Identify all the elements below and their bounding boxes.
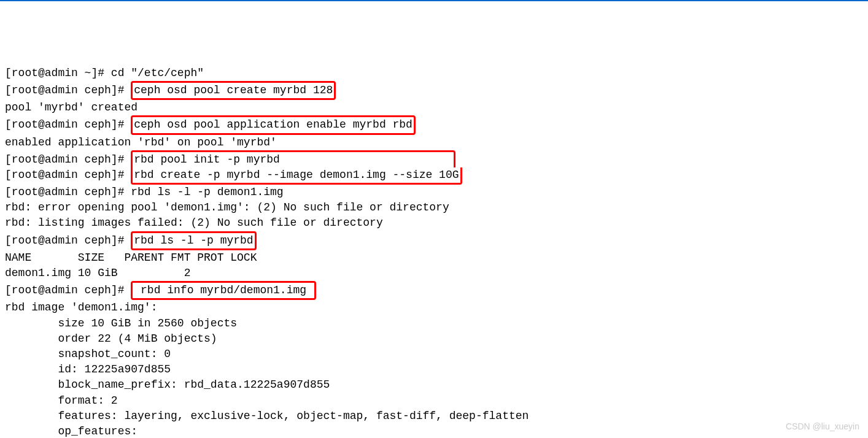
terminal-line: enabled application 'rbd' on pool 'myrbd… xyxy=(5,135,863,150)
terminal-line: demon1.img 10 GiB 2 xyxy=(5,266,863,281)
terminal-text: [root@admin ceph]# xyxy=(5,284,131,296)
terminal-text: [root@admin ceph]# xyxy=(5,234,131,247)
terminal-line: block_name_prefix: rbd_data.12225a907d85… xyxy=(5,377,863,393)
highlighted-command: rbd create -p myrbd --image demon1.img -… xyxy=(131,167,462,185)
terminal-line: id: 12225a907d855 xyxy=(5,362,863,377)
terminal-line: rbd: listing images failed: (2) No such … xyxy=(5,215,863,231)
terminal-line: [root@admin ceph]# rbd create -p myrbd -… xyxy=(5,167,863,185)
terminal-line: order 22 (4 MiB objects) xyxy=(5,331,863,347)
terminal-text: [root@admin ceph]# xyxy=(5,118,131,131)
terminal-text: rbd image 'demon1.img': xyxy=(5,301,157,313)
terminal-text: features: layering, exclusive-lock, obje… xyxy=(5,410,529,422)
terminal-line: [root@admin ~]# cd "/etc/ceph" xyxy=(5,66,863,81)
terminal-text: [root@admin ceph]# rbd ls -l -p demon1.i… xyxy=(5,186,284,198)
terminal-text: enabled application 'rbd' on pool 'myrbd… xyxy=(5,136,277,148)
terminal-text: block_name_prefix: rbd_data.12225a907d85… xyxy=(5,378,330,391)
terminal-line: snapshot_count: 0 xyxy=(5,347,863,362)
terminal-line: [root@admin ceph]# ceph osd pool applica… xyxy=(5,115,863,134)
highlighted-command: ceph osd pool create myrbd 128 xyxy=(131,81,336,100)
terminal-text: demon1.img 10 GiB 2 xyxy=(5,267,190,279)
terminal-text: NAME SIZE PARENT FMT PROT LOCK xyxy=(5,252,257,264)
terminal-line: format: 2 xyxy=(5,393,863,409)
terminal-line: [root@admin ceph]# rbd pool init -p myrb… xyxy=(5,150,863,167)
terminal-text: pool 'myrbd' created xyxy=(5,101,138,113)
terminal-line: rbd image 'demon1.img': xyxy=(5,300,863,315)
watermark: CSDN @liu_xueyin xyxy=(786,421,859,433)
terminal-line: NAME SIZE PARENT FMT PROT LOCK xyxy=(5,250,863,266)
highlighted-command: rbd pool init -p myrbd xyxy=(131,150,455,167)
terminal-text: [root@admin ceph]# xyxy=(5,169,131,181)
terminal-line: pool 'myrbd' created xyxy=(5,100,863,115)
terminal-text: [root@admin ceph]# xyxy=(5,84,131,96)
terminal-text: order 22 (4 MiB objects) xyxy=(5,332,217,345)
terminal-text: op_features: xyxy=(5,425,138,437)
terminal-line: op_features: xyxy=(5,424,863,438)
terminal-text: [root@admin ~]# cd "/etc/ceph" xyxy=(5,67,204,79)
terminal-text: format: 2 xyxy=(5,394,118,407)
terminal-text: [root@admin ceph]# xyxy=(5,153,131,166)
highlighted-command: rbd info myrbd/demon1.img xyxy=(131,281,316,300)
terminal-text: snapshot_count: 0 xyxy=(5,348,171,360)
terminal-text: id: 12225a907d855 xyxy=(5,363,171,375)
highlighted-command: rbd ls -l -p myrbd xyxy=(131,231,256,250)
terminal-line: [root@admin ceph]# rbd ls -l -p myrbd xyxy=(5,231,863,250)
terminal-text: rbd: listing images failed: (2) No such … xyxy=(5,217,383,229)
terminal-output: [root@admin ~]# cd "/etc/ceph"[root@admi… xyxy=(5,66,863,438)
terminal-line: [root@admin ceph]# rbd info myrbd/demon1… xyxy=(5,281,863,300)
terminal-line: [root@admin ceph]# rbd ls -l -p demon1.i… xyxy=(5,185,863,200)
terminal-line: [root@admin ceph]# ceph osd pool create … xyxy=(5,81,863,100)
terminal-text: rbd: error opening pool 'demon1.img': (2… xyxy=(5,201,449,213)
terminal-text: size 10 GiB in 2560 objects xyxy=(5,317,237,329)
terminal-line: rbd: error opening pool 'demon1.img': (2… xyxy=(5,200,863,215)
terminal-line: size 10 GiB in 2560 objects xyxy=(5,316,863,331)
terminal-line: features: layering, exclusive-lock, obje… xyxy=(5,409,863,424)
highlighted-command: ceph osd pool application enable myrbd r… xyxy=(131,115,416,134)
